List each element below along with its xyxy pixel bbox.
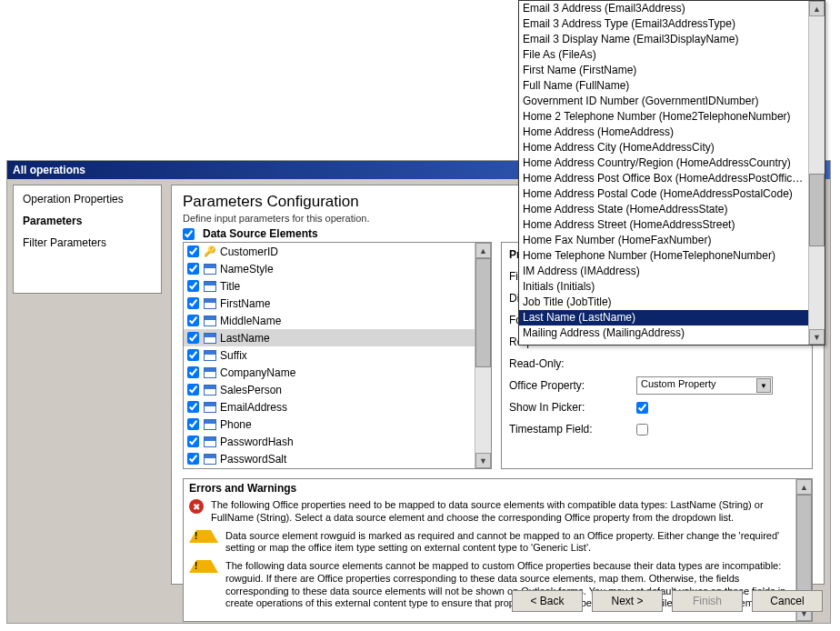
scroll-down-button[interactable]: ▼ <box>475 453 491 468</box>
dropdown-option[interactable]: Home Address (HomeAddress) <box>519 125 809 140</box>
field-icon <box>204 385 216 396</box>
prop-label-readonly: Read-Only: <box>509 357 636 370</box>
timestamp-checkbox[interactable] <box>636 424 648 436</box>
ds-element-row[interactable]: Phone <box>184 416 475 433</box>
cancel-button[interactable]: Cancel <box>752 590 823 612</box>
dropdown-option[interactable]: Home Address Street (HomeAddressStreet) <box>519 217 809 233</box>
chevron-down-icon[interactable]: ▼ <box>756 378 771 393</box>
ds-element-checkbox[interactable] <box>187 263 199 275</box>
field-icon <box>204 264 216 275</box>
dropdown-scrollbar[interactable]: ▲ ▼ <box>808 1 825 345</box>
scroll-up-button[interactable]: ▲ <box>796 479 812 495</box>
ds-element-label: EmailAddress <box>220 401 287 414</box>
nav-parameters[interactable]: Parameters <box>23 215 152 227</box>
ds-element-checkbox[interactable] <box>187 384 199 396</box>
ds-element-label: CompanyName <box>220 366 295 379</box>
error-text: Data source element rowguid is marked as… <box>225 530 792 556</box>
dropdown-option[interactable]: Initials (Initials) <box>519 279 809 295</box>
ds-element-checkbox[interactable] <box>187 366 199 378</box>
ds-element-label: NameStyle <box>220 263 274 275</box>
dropdown-option[interactable]: IM Address (IMAddress) <box>519 264 809 279</box>
ds-element-label: CustomerID <box>220 245 278 258</box>
ds-element-row[interactable]: EmailAddress <box>184 398 475 416</box>
dropdown-option[interactable]: Email 3 Display Name (Email3DisplayName) <box>519 32 809 47</box>
ds-element-checkbox[interactable] <box>187 297 199 309</box>
ds-element-checkbox[interactable] <box>187 436 199 447</box>
ds-element-checkbox[interactable] <box>187 349 199 361</box>
errors-title: Errors and Warnings <box>184 479 812 497</box>
ds-element-row[interactable]: 🔑CustomerID <box>184 243 475 260</box>
dropdown-option[interactable]: Home Address State (HomeAddressState) <box>519 202 809 217</box>
ds-element-row[interactable]: CompanyName <box>184 364 475 381</box>
dropdown-option[interactable]: File As (FileAs) <box>519 47 809 63</box>
scroll-thumb[interactable] <box>475 258 491 367</box>
dropdown-option[interactable]: Email 3 Address (Email3Address) <box>519 1 809 16</box>
ds-elements-master-checkbox[interactable] <box>183 228 195 240</box>
wizard-button-bar: < Back Next > Finish Cancel <box>512 590 823 616</box>
scroll-thumb[interactable] <box>809 174 825 246</box>
dropdown-option[interactable]: Mailing Address (MailingAddress) <box>519 326 809 341</box>
office-property-dropdown[interactable]: Email 3 Address (Email3Address)Email 3 A… <box>518 0 825 346</box>
field-icon <box>204 316 216 326</box>
warning-icon <box>189 530 218 543</box>
field-icon <box>204 454 216 465</box>
finish-button[interactable]: Finish <box>672 590 743 612</box>
dropdown-option[interactable]: Home Address Post Office Box (HomeAddres… <box>519 171 809 186</box>
ds-element-label: FirstName <box>220 297 270 310</box>
show-in-picker-checkbox[interactable] <box>636 402 648 414</box>
ds-element-row[interactable]: LastName <box>184 329 475 346</box>
error-text: The following Office properties need to … <box>211 499 792 525</box>
dropdown-option[interactable]: Home Fax Number (HomeFaxNumber) <box>519 233 809 248</box>
ds-element-checkbox[interactable] <box>187 315 199 326</box>
field-icon <box>204 298 216 309</box>
ds-element-checkbox[interactable] <box>187 280 199 292</box>
ds-elements-scrollbar[interactable]: ▲ ▼ <box>475 243 491 468</box>
office-property-value: Custom Property <box>641 378 716 389</box>
nav-panel: Operation Properties Parameters Filter P… <box>13 185 162 294</box>
dropdown-option[interactable]: Job Title (JobTitle) <box>519 295 809 310</box>
ds-element-row[interactable]: MiddleName <box>184 312 475 329</box>
field-icon <box>204 367 216 378</box>
ds-element-checkbox[interactable] <box>187 418 199 430</box>
next-button[interactable]: Next > <box>592 590 663 612</box>
scroll-thumb[interactable] <box>796 495 812 606</box>
ds-element-label: Phone <box>220 418 252 431</box>
prop-label-show-in-picker: Show In Picker: <box>509 401 636 414</box>
nav-filter-parameters[interactable]: Filter Parameters <box>23 236 152 249</box>
ds-element-row[interactable]: NameStyle <box>184 260 475 277</box>
dropdown-option[interactable]: Home Address Country/Region (HomeAddress… <box>519 155 809 171</box>
ds-element-checkbox[interactable] <box>187 245 199 257</box>
dropdown-option[interactable]: Home Address City (HomeAddressCity) <box>519 140 809 155</box>
scroll-up-button[interactable]: ▲ <box>809 1 825 16</box>
ds-element-row[interactable]: PasswordSalt <box>184 450 475 467</box>
ds-element-row[interactable]: Suffix <box>184 346 475 364</box>
field-icon <box>204 333 216 344</box>
office-property-combobox[interactable]: Custom Property ▼ <box>636 376 773 395</box>
ds-elements-listbox[interactable]: 🔑CustomerIDNameStyleTitleFirstNameMiddle… <box>183 242 492 469</box>
dropdown-option[interactable]: Home Telephone Number (HomeTelephoneNumb… <box>519 248 809 264</box>
nav-operation-properties[interactable]: Operation Properties <box>23 193 152 205</box>
dropdown-option[interactable]: Government ID Number (GovernmentIDNumber… <box>519 94 809 109</box>
ds-element-label: MiddleName <box>220 315 281 327</box>
ds-element-row[interactable]: FirstName <box>184 295 475 312</box>
prop-label-timestamp: Timestamp Field: <box>509 423 636 436</box>
back-button[interactable]: < Back <box>512 590 583 612</box>
ds-element-checkbox[interactable] <box>187 401 199 413</box>
ds-element-checkbox[interactable] <box>187 332 199 344</box>
dropdown-option[interactable]: Email 3 Address Type (Email3AddressType) <box>519 16 809 32</box>
scroll-down-button[interactable]: ▼ <box>809 329 825 345</box>
scroll-up-button[interactable]: ▲ <box>475 243 491 258</box>
ds-element-row[interactable]: Title <box>184 277 475 295</box>
ds-element-row[interactable]: SalesPerson <box>184 381 475 398</box>
dropdown-option[interactable]: Home Address Postal Code (HomeAddressPos… <box>519 186 809 202</box>
dropdown-option[interactable]: Home 2 Telephone Number (Home2TelephoneN… <box>519 109 809 125</box>
ds-element-checkbox[interactable] <box>187 453 199 465</box>
prop-label-office-property: Office Property: <box>509 379 636 392</box>
error-icon: ✖ <box>189 499 204 514</box>
dropdown-option[interactable]: Last Name (LastName) <box>519 310 809 326</box>
dropdown-option[interactable]: First Name (FirstName) <box>519 63 809 78</box>
dropdown-option[interactable]: Full Name (FullName) <box>519 78 809 94</box>
ds-element-row[interactable]: PasswordHash <box>184 433 475 450</box>
error-row: ✖The following Office properties need to… <box>189 499 792 525</box>
key-icon: 🔑 <box>204 245 216 257</box>
